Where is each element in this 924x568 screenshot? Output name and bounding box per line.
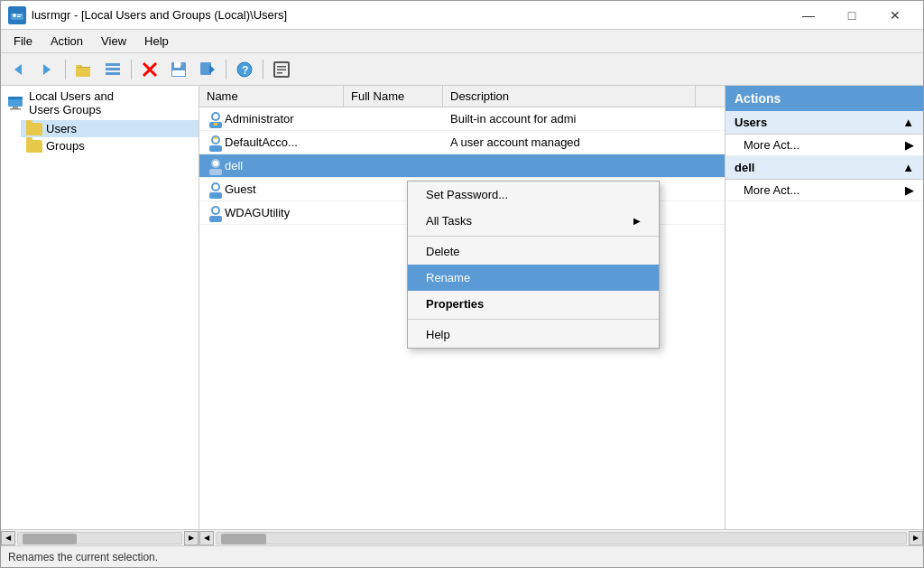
actions-section-users[interactable]: Users ▲: [725, 111, 923, 135]
ctx-item-setpassword[interactable]: Set Password...: [408, 182, 659, 208]
folder-icon-groups: [26, 140, 42, 153]
table-row[interactable]: DefaultAcco... A user account managed: [199, 131, 725, 154]
ctx-label-setpassword: Set Password...: [426, 188, 508, 201]
svg-rect-3: [17, 14, 22, 15]
actions-section-users-label: Users: [735, 116, 767, 129]
scroll-left-btn-left[interactable]: ◀: [1, 531, 15, 545]
main-area: Local Users andUsers Groups Users Groups…: [1, 86, 923, 529]
user-icon-wdag: [207, 204, 225, 222]
menu-file[interactable]: File: [5, 32, 42, 51]
list-view-button[interactable]: [99, 57, 126, 82]
scroll-left-btn-content[interactable]: ◀: [199, 531, 214, 545]
ctx-separator-1: [408, 236, 659, 237]
tree-item-users[interactable]: Users: [21, 120, 199, 137]
context-menu: Set Password... All Tasks ▶ Delete Renam…: [407, 181, 660, 349]
svg-rect-34: [214, 123, 217, 126]
svg-rect-30: [10, 108, 21, 110]
table-row[interactable]: Administrator Built-in account for admi: [199, 107, 725, 131]
svg-rect-25: [277, 69, 286, 70]
computer-icon: [6, 94, 24, 112]
ctx-item-help[interactable]: Help: [408, 321, 659, 348]
svg-marker-20: [209, 65, 215, 74]
svg-rect-7: [76, 68, 90, 77]
save-button[interactable]: [165, 57, 192, 82]
tree-item-groups-label: Groups: [46, 139, 85, 153]
ctx-label-properties: Properties: [426, 297, 484, 311]
row-fullname-defaultaccount: [344, 131, 443, 154]
minimize-button[interactable]: —: [788, 5, 829, 26]
ctx-label-rename: Rename: [426, 271, 470, 284]
menu-view[interactable]: View: [92, 32, 135, 51]
window-title: lusrmgr - [Local Users and Groups (Local…: [32, 8, 287, 22]
menu-file-label: File: [14, 34, 32, 48]
svg-rect-1: [11, 11, 23, 14]
window-controls: — □ ✕: [788, 5, 916, 26]
delete-button[interactable]: [136, 57, 163, 82]
forward-button[interactable]: [33, 57, 60, 82]
title-bar-left: lusrmgr - [Local Users and Groups (Local…: [8, 6, 287, 24]
user-icon-guest: [207, 181, 225, 199]
ctx-item-rename[interactable]: Rename: [408, 265, 659, 291]
tree-root-label: Local Users andUsers Groups: [29, 89, 114, 116]
svg-point-41: [213, 161, 218, 166]
left-scroll-track: [17, 532, 182, 545]
row-desc-defaultaccount: A user account managed: [443, 131, 696, 154]
ctx-label-help: Help: [426, 328, 450, 341]
row-name-administrator: Administrator: [225, 112, 294, 126]
scrollbars-row: ◀ ▶ ◀ ▶: [1, 529, 923, 545]
scroll-right-btn-content[interactable]: ▶: [909, 531, 923, 545]
folder-button[interactable]: [70, 57, 97, 82]
svg-rect-26: [277, 72, 282, 74]
left-scroll-thumb: [23, 534, 77, 545]
import-button[interactable]: [194, 57, 221, 82]
actions-submenu-arrow-dell: ▶: [905, 183, 914, 197]
svg-rect-18: [180, 62, 182, 66]
scroll-right-btn-left[interactable]: ▶: [184, 531, 199, 545]
col-header-fullname[interactable]: Full Name: [344, 86, 443, 107]
status-bar: Renames the current selection.: [1, 545, 923, 567]
menu-help[interactable]: Help: [135, 32, 178, 51]
list-header: Name Full Name Description: [199, 86, 725, 107]
title-bar: lusrmgr - [Local Users and Groups (Local…: [1, 1, 923, 30]
ctx-item-properties[interactable]: Properties: [408, 291, 659, 317]
row-fullname-administrator: [344, 107, 443, 130]
actions-section-dell[interactable]: dell ▲: [725, 156, 923, 180]
actions-item-moreact-dell[interactable]: More Act... ▶: [725, 180, 923, 201]
tree-root: Local Users andUsers Groups: [1, 86, 199, 120]
actions-header: Actions: [725, 86, 923, 111]
close-button[interactable]: ✕: [874, 5, 916, 26]
ctx-item-delete[interactable]: Delete: [408, 238, 659, 265]
left-scrollbar: ◀ ▶: [1, 530, 199, 545]
ctx-separator-2: [408, 319, 659, 320]
chevron-right-icon: ▶: [633, 216, 641, 226]
actions-section-dell-label: dell: [735, 161, 754, 174]
svg-point-2: [13, 14, 16, 17]
left-panel: Local Users andUsers Groups Users Groups: [1, 86, 199, 529]
properties-button[interactable]: [268, 57, 295, 82]
toolbar-separator-4: [263, 60, 263, 79]
user-icon-defaultaccount: [207, 134, 225, 152]
actions-item-moreact-dell-label: More Act...: [744, 183, 799, 197]
svg-marker-6: [43, 64, 51, 75]
content-scroll-thumb: [221, 534, 266, 545]
right-panel: Actions Users ▲ More Act... ▶ dell ▲ Mor…: [725, 86, 923, 529]
help-button[interactable]: ?: [231, 57, 258, 82]
svg-point-33: [213, 114, 218, 119]
svg-rect-40: [209, 169, 222, 175]
menu-action[interactable]: Action: [42, 32, 92, 51]
tree-item-groups[interactable]: Groups: [21, 137, 199, 154]
svg-rect-9: [78, 67, 90, 68]
actions-item-moreact-users[interactable]: More Act... ▶: [725, 135, 923, 156]
svg-rect-4: [17, 16, 21, 17]
ctx-item-alltasks[interactable]: All Tasks ▶: [408, 208, 659, 234]
row-name-dell: dell: [225, 159, 243, 172]
row-name-wdag: WDAGUtility: [225, 206, 290, 219]
table-row-dell[interactable]: dell: [199, 154, 725, 178]
actions-section-dell-arrow: ▲: [902, 161, 914, 174]
col-header-description[interactable]: Description: [443, 86, 696, 107]
back-button[interactable]: [5, 57, 32, 82]
actions-section-users-arrow: ▲: [902, 116, 914, 129]
col-header-name[interactable]: Name: [199, 86, 344, 107]
maximize-button[interactable]: □: [831, 5, 873, 26]
toolbar-separator-1: [65, 60, 66, 79]
